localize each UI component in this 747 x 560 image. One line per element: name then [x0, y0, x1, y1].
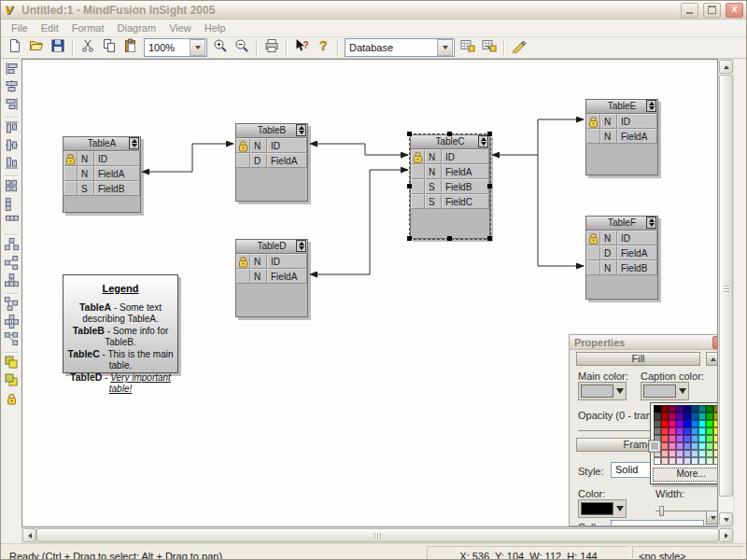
row-scroll-icon[interactable] [646, 100, 656, 112]
color-swatch[interactable] [706, 420, 713, 427]
color-swatch[interactable] [684, 405, 691, 413]
color-swatch[interactable] [684, 420, 691, 427]
open-button[interactable] [26, 38, 47, 57]
color-swatch[interactable] [654, 405, 661, 413]
menu-edit[interactable]: Edit [35, 21, 65, 35]
color-swatch[interactable] [661, 442, 669, 450]
color-swatch[interactable] [691, 457, 698, 465]
row-scroll-icon[interactable] [296, 240, 306, 252]
relation-connector[interactable] [310, 144, 408, 155]
color-swatch[interactable] [684, 457, 691, 465]
menu-view[interactable]: View [162, 21, 198, 35]
menu-format[interactable]: Format [65, 21, 111, 35]
zoom-out-button[interactable] [232, 38, 252, 57]
color-swatch[interactable] [698, 413, 706, 420]
table-row[interactable]: NFieldA [236, 269, 307, 284]
color-swatch[interactable] [661, 450, 669, 457]
save-button[interactable] [48, 38, 68, 57]
relation-connector[interactable] [538, 155, 584, 266]
color-swatch[interactable] [669, 405, 676, 413]
fill-section-header[interactable]: Fill [576, 352, 700, 366]
color-swatch[interactable] [669, 435, 676, 442]
color-swatch[interactable] [706, 405, 713, 413]
table-tablee[interactable]: TableENIDNFieldA [585, 99, 658, 175]
close-button[interactable]: X [726, 3, 743, 18]
color-swatch[interactable] [706, 450, 713, 457]
table-row[interactable]: SFieldB [411, 179, 489, 194]
color-swatch[interactable] [661, 435, 669, 442]
color-swatch[interactable] [669, 450, 676, 457]
table-row[interactable]: NID [63, 151, 140, 166]
selection-handle[interactable] [487, 184, 492, 189]
relation-connector[interactable] [492, 119, 584, 155]
table-tableb[interactable]: TableBNIDDFieldA [235, 123, 308, 202]
align-left-button[interactable] [2, 62, 21, 79]
menu-help[interactable]: Help [198, 21, 233, 35]
bring-to-front-button[interactable] [2, 356, 21, 373]
table-row[interactable]: NID [236, 254, 307, 269]
table-tablea[interactable]: TableANIDNFieldASFieldB [63, 136, 141, 213]
table-row[interactable]: NID [586, 114, 657, 129]
edit-styles-button[interactable] [509, 38, 529, 57]
properties-title-bar[interactable]: Properties X [570, 335, 718, 350]
color-swatch[interactable] [676, 420, 684, 427]
lock-button[interactable] [2, 391, 21, 409]
row-scroll-icon[interactable] [646, 217, 656, 229]
horizontal-scroll-thumb[interactable] [36, 528, 719, 542]
layout-hierarchy-button[interactable] [2, 273, 21, 291]
shape-combo[interactable]: Database [345, 38, 455, 57]
layout-orthogonal-button[interactable] [2, 332, 21, 350]
color-swatch[interactable] [676, 457, 684, 465]
selection-handle[interactable] [407, 132, 412, 136]
zoom-in-button[interactable] [210, 38, 231, 57]
color-swatch[interactable] [706, 457, 713, 465]
scroll-down-button[interactable] [706, 511, 718, 525]
frame-color-dropdown[interactable] [578, 499, 627, 518]
table-row[interactable]: DFieldA [586, 245, 657, 260]
layout-spring-button[interactable] [2, 297, 21, 315]
color-swatch[interactable] [661, 413, 669, 420]
table-row[interactable]: NFieldA [586, 129, 657, 144]
layout-tree-button[interactable] [2, 238, 21, 256]
table-row[interactable]: NFieldB [586, 260, 657, 275]
selection-handle[interactable] [487, 236, 492, 241]
scroll-up-arrow[interactable] [719, 60, 733, 74]
color-swatch[interactable] [669, 442, 676, 450]
align-middle-button[interactable] [2, 138, 21, 156]
menu-file[interactable]: File [5, 21, 35, 35]
more-colors-button[interactable]: More... [653, 468, 718, 482]
align-bottom-button[interactable] [2, 156, 21, 174]
layout-rows-button[interactable] [2, 215, 21, 232]
selection-handle[interactable] [487, 132, 492, 136]
caption-color-dropdown[interactable] [641, 382, 689, 400]
restore-button[interactable] [703, 3, 721, 18]
color-swatch[interactable] [676, 405, 684, 413]
color-swatch[interactable] [661, 420, 669, 427]
scroll-right-arrow[interactable] [719, 528, 733, 542]
selection-handle[interactable] [407, 184, 412, 189]
table-tabled[interactable]: TableDNIDNFieldA [235, 239, 308, 317]
color-swatch[interactable] [650, 441, 660, 452]
minimize-button[interactable] [681, 3, 698, 18]
help-button[interactable]: ? [313, 38, 333, 57]
color-swatch[interactable] [698, 457, 706, 465]
width-slider-track[interactable] [655, 511, 713, 511]
color-swatch[interactable] [684, 442, 691, 450]
align-top-button[interactable] [2, 120, 21, 138]
table-row[interactable]: SFieldC [411, 194, 489, 209]
table-row[interactable]: SFieldB [63, 181, 140, 196]
color-swatch[interactable] [706, 413, 713, 420]
copy-button[interactable] [99, 38, 120, 57]
color-swatch[interactable] [669, 420, 676, 427]
color-swatch[interactable] [691, 420, 698, 427]
color-swatch[interactable] [676, 450, 684, 457]
table-row[interactable]: NFieldA [63, 166, 140, 181]
color-swatch[interactable] [706, 442, 713, 450]
relation-connector[interactable] [142, 144, 233, 172]
table-row[interactable]: NFieldA [411, 164, 489, 179]
color-swatch[interactable] [698, 405, 706, 413]
color-swatch[interactable] [698, 442, 706, 450]
color-swatch[interactable] [691, 427, 698, 435]
combo-dropdown-button[interactable] [437, 39, 453, 56]
color-swatch[interactable] [684, 427, 691, 435]
